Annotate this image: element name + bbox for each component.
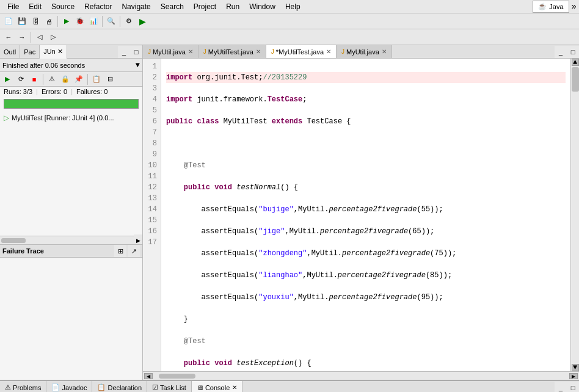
menu-help[interactable]: Help (280, 1, 305, 12)
save-btn[interactable]: 💾 (16, 15, 28, 27)
code-scroll-area[interactable]: 1 2 3 4 5 6 7 8 9 10 11 12 13 14 (143, 59, 570, 371)
junit-dropdown-btn[interactable]: ▼ (136, 61, 140, 70)
editor-hscroll[interactable]: ◀ ▶ (143, 371, 579, 380)
tab-javadoc[interactable]: 📄 Javadoc (46, 381, 92, 393)
new-btn[interactable]: 📄 (2, 15, 15, 27)
editor-minimize-btn[interactable]: _ (555, 46, 567, 58)
editor-maximize-btn[interactable]: □ (567, 46, 579, 58)
left-panel: Outl Pac JUn ✕ _ □ Finished after 0.06 s… (0, 45, 143, 380)
sep-runs: | (36, 88, 38, 95)
run-btn[interactable]: ▶ (136, 15, 148, 27)
outline-tab[interactable]: Outl (0, 45, 20, 59)
menu-search[interactable]: Search (156, 1, 189, 12)
package-tab[interactable]: Pac (20, 45, 40, 59)
tab-tasklist[interactable]: ☑ Task List (147, 381, 192, 393)
maximize-left-btn[interactable]: □ (130, 46, 142, 58)
rerun-btn[interactable]: ▶ (1, 73, 13, 85)
main-container: Outl Pac JUn ✕ _ □ Finished after 0.06 s… (0, 45, 579, 380)
pin-btn[interactable]: 📌 (73, 73, 85, 85)
bottom-maximize-btn[interactable]: □ (567, 382, 579, 393)
sep1 (57, 16, 58, 27)
tab-problems[interactable]: ⚠ Problems (0, 381, 46, 393)
run-last-btn[interactable]: ▶ (60, 15, 73, 27)
failure-trace-btns: ⊞ ↗ (114, 245, 140, 257)
next-edit-btn[interactable]: ▷ (47, 31, 59, 43)
perspective-switcher[interactable]: ☕ Java (533, 1, 569, 13)
junit-status-text: Finished after 0.06 seconds (2, 62, 85, 69)
vscroll-down-btn[interactable]: ▼ (572, 364, 579, 371)
left-hscroll[interactable]: ▶ (0, 236, 142, 244)
problems-label: Problems (13, 384, 41, 391)
tab-myutiltest-active[interactable]: J *MyUtilTest.java ✕ (266, 45, 337, 59)
code-line-9: assertEquals("zhongdeng",MyUtil.percenta… (166, 248, 566, 259)
progress-bar-container (4, 99, 139, 109)
runs-text: Runs: 3/3 (4, 88, 32, 95)
stop-btn[interactable]: ■ (28, 73, 40, 85)
ln-2: 2 (147, 72, 157, 83)
toggle-failures-btn[interactable]: ⚠ (46, 73, 58, 85)
ln-7: 7 (147, 127, 157, 138)
rerun-failed-btn[interactable]: ⟳ (15, 73, 27, 85)
failure-trace-header: Failure Trace ⊞ ↗ (0, 244, 142, 258)
print-btn[interactable]: 🖨 (43, 15, 55, 27)
sep-errors: | (71, 88, 73, 95)
tab-close-1[interactable]: ✕ (188, 48, 193, 55)
left-hscroll-thumb (1, 238, 26, 243)
tab-myutil-1[interactable]: J MyUtil.java ✕ (143, 45, 198, 59)
ln-11: 11 (147, 171, 157, 182)
ln-16: 16 (147, 226, 157, 237)
history-btn[interactable]: 📋 (90, 73, 103, 85)
scroll-lock-btn[interactable]: 🔒 (59, 73, 71, 85)
search-btn[interactable]: 🔍 (105, 15, 117, 27)
hscroll-left-btn[interactable]: ◀ (144, 373, 153, 379)
save-all-btn[interactable]: 🗄 (29, 15, 42, 27)
code-area: 1 2 3 4 5 6 7 8 9 10 11 12 13 14 (143, 59, 570, 371)
tab-label-2: MyUtilTest.java (208, 48, 253, 56)
menu-project[interactable]: Project (189, 1, 221, 12)
prev-edit-btn[interactable]: ◁ (34, 31, 46, 43)
back-btn[interactable]: ← (2, 31, 15, 43)
menu-refactor[interactable]: Refactor (79, 1, 117, 12)
sep5 (43, 74, 43, 85)
tab-myutiltest-1[interactable]: J MyUtilTest.java ✕ (198, 45, 266, 59)
menu-file[interactable]: File (2, 1, 24, 12)
hscroll-right-btn[interactable]: ▶ (569, 373, 578, 379)
editor-main: 1 2 3 4 5 6 7 8 9 10 11 12 13 14 (143, 59, 579, 371)
code-content[interactable]: import org.junit.Test;//20135229 import … (161, 59, 570, 371)
menu-run[interactable]: Run (221, 1, 244, 12)
minimize-left-btn[interactable]: _ (118, 46, 130, 58)
external-tools-btn[interactable]: ⚙ (123, 15, 135, 27)
test-item-myutiltest[interactable]: ▷ MyUtilTest [Runner: JUnit 4] (0.0... (1, 112, 141, 123)
menu-window[interactable]: Window (244, 1, 280, 12)
tab-myutil-2[interactable]: J MyUtil.java ✕ (337, 45, 392, 59)
junit-header: Finished after 0.06 seconds ▼ (0, 59, 142, 72)
menu-edit[interactable]: Edit (24, 1, 46, 12)
menu-navigate[interactable]: Navigate (117, 1, 155, 12)
layout-btn[interactable]: ⊟ (104, 73, 116, 85)
debug-btn[interactable]: 🐞 (74, 15, 86, 27)
test-tree[interactable]: ▷ MyUtilTest [Runner: JUnit 4] (0.0... (0, 111, 142, 236)
perspective-icon: ☕ (538, 2, 547, 10)
right-vscroll[interactable]: ▲ ▼ (570, 59, 579, 371)
failure-trace-btn1[interactable]: ⊞ (114, 245, 126, 257)
tab-console[interactable]: 🖥 Console ✕ (192, 381, 242, 393)
failure-trace-btn2[interactable]: ↗ (128, 245, 140, 257)
console-tab-close[interactable]: ✕ (232, 384, 237, 391)
hscroll-thumb[interactable] (159, 374, 195, 379)
junit-tab[interactable]: JUn ✕ (40, 45, 67, 59)
bottom-minimize-btn[interactable]: _ (555, 382, 567, 393)
vscroll-thumb[interactable] (572, 67, 579, 92)
code-line-1: import org.junit.Test;//20135229 (166, 72, 566, 83)
tab-close-2[interactable]: ✕ (256, 48, 261, 55)
vscroll-up-btn[interactable]: ▲ (572, 59, 579, 66)
forward-btn[interactable]: → (16, 31, 28, 43)
ln-4: 4 (147, 94, 157, 105)
tab-close-3[interactable]: ✕ (326, 48, 331, 55)
coverage-btn[interactable]: 📊 (87, 15, 100, 27)
menu-source[interactable]: Source (46, 1, 79, 12)
tasklist-icon: ☑ (152, 383, 158, 391)
tab-declaration[interactable]: 📋 Declaration (92, 381, 147, 393)
perspective-open-btn[interactable]: » (572, 2, 577, 12)
code-line-13: @Test (166, 336, 566, 347)
tab-close-4[interactable]: ✕ (382, 48, 387, 55)
